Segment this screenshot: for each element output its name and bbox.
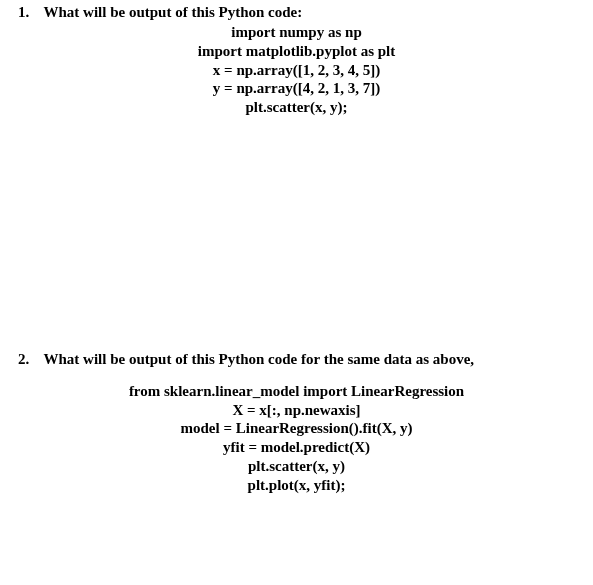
code-line: model = LinearRegression().fit(X, y) [18,419,575,438]
question-1-code-block: import numpy as np import matplotlib.pyp… [18,23,575,117]
blank-space [18,125,575,351]
code-line: from sklearn.linear_model import LinearR… [18,382,575,401]
question-1-prompt-line: 1. What will be output of this Python co… [18,4,575,21]
code-line: plt.scatter(x, y); [18,98,575,117]
code-line: import numpy as np [18,23,575,42]
question-2-number: 2. [18,351,40,368]
question-1-number: 1. [18,4,40,21]
code-line: plt.scatter(x, y) [18,457,575,476]
code-line: yfit = model.predict(X) [18,438,575,457]
document-body: 1. What will be output of this Python co… [0,0,593,494]
code-line: X = x[:, np.newaxis] [18,401,575,420]
question-2: 2. What will be output of this Python co… [18,351,575,495]
question-1: 1. What will be output of this Python co… [18,4,575,117]
code-line: import matplotlib.pyplot as plt [18,42,575,61]
code-line: plt.plot(x, yfit); [18,476,575,495]
code-line: y = np.array([4, 2, 1, 3, 7]) [18,79,575,98]
code-line: x = np.array([1, 2, 3, 4, 5]) [18,61,575,80]
question-2-prompt-line: 2. What will be output of this Python co… [18,351,575,368]
question-2-code-block: from sklearn.linear_model import LinearR… [18,382,575,495]
question-1-prompt: What will be output of this Python code: [43,4,302,20]
question-2-prompt: What will be output of this Python code … [43,351,474,367]
